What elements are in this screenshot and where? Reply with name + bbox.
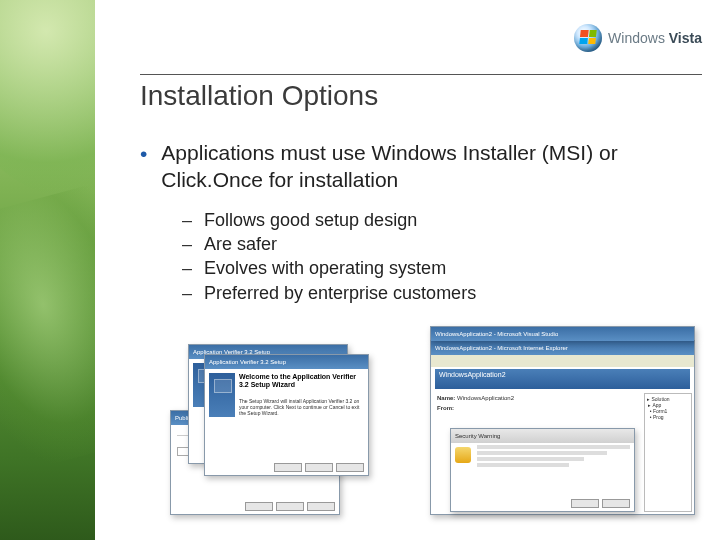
wizard-heading: Welcome to the Application Verifier 3.2 … — [239, 373, 364, 388]
shield-icon — [455, 447, 471, 463]
screenshot-thumbnails: Publish Wizard Application Verifier 3.2 … — [170, 340, 700, 520]
brand-name-bold: Vista — [669, 30, 702, 46]
bullet-dot-icon: • — [140, 140, 147, 194]
windows-orb-icon — [574, 24, 602, 52]
sub-bullet: – Are safer — [182, 232, 690, 256]
sub-bullet-text: Are safer — [204, 232, 277, 256]
slide-body: • Applications must use Windows Installe… — [140, 140, 690, 305]
thumb-titlebar-text: WindowsApplication2 - Microsoft Internet… — [435, 345, 568, 351]
sub-bullet: – Follows good setup design — [182, 208, 690, 232]
title-rule — [140, 74, 702, 75]
solution-explorer-tree: ▸ Solution ▸ App • Form1 • Prog — [644, 393, 692, 512]
dash-icon: – — [182, 256, 192, 280]
sub-bullet: – Evolves with operating system — [182, 256, 690, 280]
dash-icon: – — [182, 232, 192, 256]
label-name: Name: — [437, 395, 455, 401]
clickonce-banner: WindowsApplication2 — [435, 369, 690, 389]
bullet-text: Applications must use Windows Installer … — [161, 140, 690, 194]
brand-lockup: Windows Vista — [574, 24, 702, 52]
sub-bullet-text: Preferred by enterprise customers — [204, 281, 476, 305]
wizard-body-text: The Setup Wizard will install Applicatio… — [239, 399, 364, 416]
sub-bullet: – Preferred by enterprise customers — [182, 281, 690, 305]
ie-toolbar — [431, 355, 694, 367]
thumb-msi-wizard: Application Verifier 3.2 Setup Welcome t… — [204, 354, 369, 476]
brand-name-thin: Windows — [608, 30, 665, 46]
label-from: From: — [437, 405, 454, 411]
sub-bullet-list: – Follows good setup design – Are safer … — [182, 208, 690, 305]
brand-text: Windows Vista — [608, 30, 702, 46]
vista-side-graphic — [0, 0, 95, 540]
sub-bullet-text: Follows good setup design — [204, 208, 417, 232]
bullet-level-1: • Applications must use Windows Installe… — [140, 140, 690, 194]
thumb-titlebar-text: Security Warning — [455, 433, 500, 439]
thumb-titlebar-text: Application Verifier 3.2 Setup — [209, 359, 286, 365]
wizard-side-graphic-icon — [209, 373, 235, 417]
value-name: WindowsApplication2 — [457, 395, 514, 401]
sub-bullet-text: Evolves with operating system — [204, 256, 446, 280]
thumb-security-warning: Security Warning — [450, 428, 635, 512]
clickonce-app-name: WindowsApplication2 — [439, 371, 506, 378]
thumb-vs-titlebar: WindowsApplication2 - Microsoft Visual S… — [430, 326, 695, 340]
dash-icon: – — [182, 281, 192, 305]
slide-title: Installation Options — [140, 80, 378, 112]
thumb-titlebar-text: WindowsApplication2 - Microsoft Visual S… — [435, 331, 558, 337]
dash-icon: – — [182, 208, 192, 232]
